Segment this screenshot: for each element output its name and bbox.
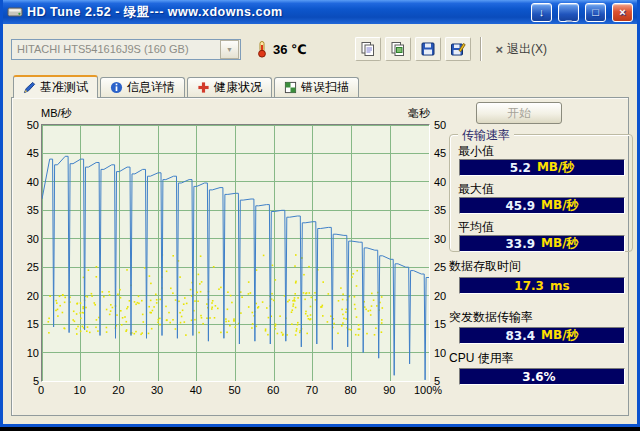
window-title: HD Tune 2.52 - 绿盟--- www.xdowns.com (27, 4, 525, 21)
burst-rate-value-box: 83.4 MB/秒 (459, 327, 625, 344)
minimize-icon: _ (565, 10, 571, 21)
y-axis-left-ticks: 5045403530252015105 (13, 125, 39, 381)
y-axis-right-tick: 20 (432, 290, 460, 302)
x-axis-tick: 40 (179, 384, 213, 396)
benchmark-tab-panel: 开始 MB/秒 毫秒 5045403530252015105 504540353… (11, 97, 629, 416)
x-axis-tick: 20 (101, 384, 135, 396)
tab-health-label: 健康状况 (214, 79, 262, 96)
y-axis-left-tick: 30 (13, 233, 39, 245)
x-axis-tick: 100% (411, 384, 445, 396)
close-icon: × (619, 7, 625, 18)
tab-health[interactable]: 健康状况 (187, 77, 272, 97)
max-value: 45.9 (505, 199, 535, 213)
avg-unit: MB/秒 (541, 235, 578, 252)
toolbar-actions: × 退出(X) (355, 37, 551, 61)
min-label: 最小值 (458, 143, 494, 160)
y-axis-right-tick: 50 (432, 119, 460, 131)
start-button-label: 开始 (507, 105, 531, 122)
min-unit: MB/秒 (537, 159, 574, 176)
y-axis-left-tick: 15 (13, 318, 39, 330)
temperature-value: 36 ℃ (273, 42, 307, 57)
download-site-button[interactable]: ↓ (531, 3, 552, 22)
exit-button[interactable]: × 退出(X) (491, 39, 551, 60)
tab-strip: 基准测试 信息详情 健康状况 错误扫描 (3, 74, 637, 97)
tab-benchmark-label: 基准测试 (40, 79, 88, 96)
x-axis-tick: 70 (295, 384, 329, 396)
max-label: 最大值 (458, 181, 494, 198)
toolbar-separator (480, 37, 482, 61)
access-time-value-box: 17.3 ms (459, 277, 625, 294)
chevron-down-icon[interactable]: ▼ (220, 40, 239, 59)
y-axis-left-tick: 40 (13, 176, 39, 188)
avg-label: 平均值 (458, 219, 494, 236)
benchmark-chart (41, 124, 430, 382)
max-unit: MB/秒 (541, 197, 578, 214)
app-window: HD Tune 2.52 - 绿盟--- www.xdowns.com ↓ _ … (0, 0, 640, 427)
left-axis-title: MB/秒 (41, 106, 72, 121)
tab-info-label: 信息详情 (127, 79, 175, 96)
exit-label: 退出(X) (507, 41, 547, 58)
error-scan-grid-icon (284, 81, 297, 94)
y-axis-left-tick: 45 (13, 147, 39, 159)
save-icon (420, 41, 436, 57)
health-cross-icon (197, 81, 210, 94)
burst-rate-unit: MB/秒 (541, 327, 578, 344)
titlebar[interactable]: HD Tune 2.52 - 绿盟--- www.xdowns.com ↓ _ … (3, 0, 637, 24)
copy-image-icon (390, 41, 406, 57)
x-axis-tick: 50 (218, 384, 252, 396)
benchmark-icon (23, 81, 36, 94)
y-axis-left-tick: 25 (13, 261, 39, 273)
y-axis-left-tick: 50 (13, 119, 39, 131)
cpu-usage-value: 3.6% (522, 370, 555, 384)
min-value: 5.2 (510, 161, 531, 175)
copy-image-button[interactable] (385, 37, 411, 61)
temperature-indicator: 36 ℃ (255, 40, 307, 58)
x-axis-tick: 0 (24, 384, 58, 396)
y-axis-left-tick: 35 (13, 204, 39, 216)
transfer-rate-group: 传输速率 最小值 5.2 MB/秒 最大值 45.9 MB/秒 平均值 33.9… (449, 134, 633, 252)
save-button[interactable] (415, 37, 441, 61)
copy-text-button[interactable] (355, 37, 381, 61)
x-axis-ticks: 0102030405060708090100% (41, 384, 441, 398)
start-button[interactable]: 开始 (476, 102, 562, 124)
x-axis-tick: 30 (140, 384, 174, 396)
save-as-button[interactable] (445, 37, 471, 61)
maximize-icon: □ (592, 7, 599, 18)
exit-icon: × (495, 42, 503, 57)
close-button[interactable]: × (612, 3, 633, 22)
y-axis-left-tick: 10 (13, 347, 39, 359)
chart-axis-titles: MB/秒 毫秒 (41, 106, 430, 121)
benchmark-plot-svg (42, 125, 429, 381)
access-time-unit: ms (550, 279, 570, 293)
transfer-rate-group-title: 传输速率 (458, 127, 514, 144)
toolbar: HITACHI HTS541616J9S (160 GB) ▼ 36 ℃ (3, 24, 637, 74)
avg-value: 33.9 (505, 237, 535, 251)
x-axis-tick: 10 (63, 384, 97, 396)
burst-rate-value: 83.4 (505, 329, 535, 343)
tab-error-scan-label: 错误扫描 (301, 79, 349, 96)
tab-info[interactable]: 信息详情 (100, 77, 185, 97)
tab-error-scan[interactable]: 错误扫描 (274, 77, 359, 97)
thermometer-icon (255, 40, 269, 58)
min-value-box: 5.2 MB/秒 (459, 159, 625, 176)
download-icon: ↓ (539, 7, 545, 18)
copy-text-icon (360, 41, 376, 57)
cpu-usage-value-box: 3.6% (459, 368, 625, 385)
x-axis-tick: 80 (334, 384, 368, 396)
x-axis-tick: 60 (256, 384, 290, 396)
save-as-icon (450, 41, 466, 57)
y-axis-left-tick: 20 (13, 290, 39, 302)
x-axis-tick: 90 (372, 384, 406, 396)
right-axis-title: 毫秒 (408, 106, 430, 121)
access-time-label: 数据存取时间 (449, 258, 521, 275)
info-icon (110, 81, 123, 94)
burst-rate-label: 突发数据传输率 (449, 309, 533, 326)
drive-select-dropdown[interactable]: HITACHI HTS541616J9S (160 GB) ▼ (11, 39, 241, 60)
tab-benchmark[interactable]: 基准测试 (13, 75, 98, 98)
app-icon (7, 4, 23, 20)
minimize-button[interactable]: _ (558, 3, 579, 22)
maximize-button[interactable]: □ (585, 3, 606, 22)
screen-edge (0, 427, 640, 431)
access-time-value: 17.3 (514, 279, 544, 293)
drive-select-value: HITACHI HTS541616J9S (160 GB) (12, 43, 220, 55)
